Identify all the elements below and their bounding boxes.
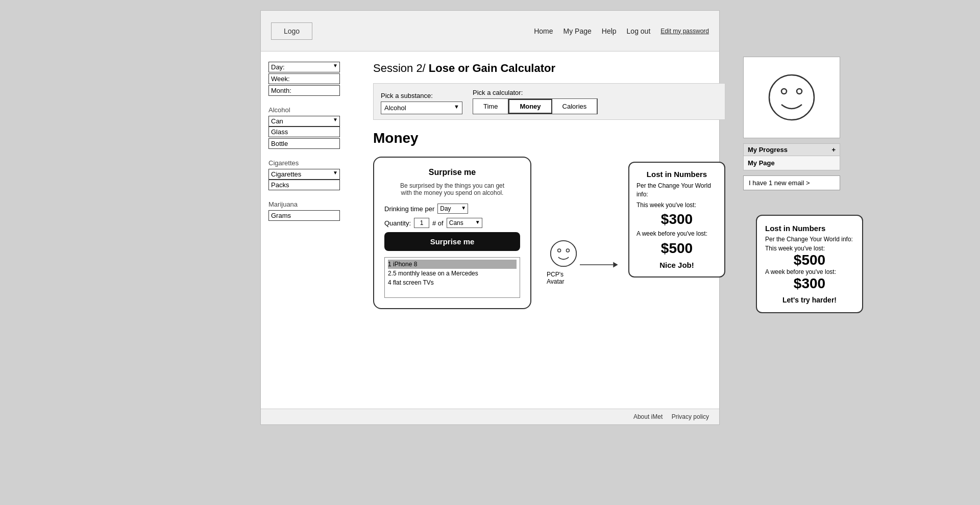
results-list[interactable]: 1 iPhone 8 2.5 monthly lease on a Merced… bbox=[384, 257, 520, 298]
surprise-card: Surprise me Be surprised by the things y… bbox=[373, 157, 531, 309]
cigarettes-select[interactable]: Cigarettes Packs bbox=[268, 169, 340, 180]
lost-card-area: Lost in Numbers Per the Change Your Worl… bbox=[628, 162, 725, 277]
my-progress-header: My Progress + bbox=[743, 143, 840, 156]
surprise-card-desc: Be surprised by the things you can getwi… bbox=[384, 182, 520, 196]
drinking-time-row: Drinking time per Day Week Month bbox=[384, 204, 520, 214]
section-money-title: Money bbox=[373, 130, 725, 146]
cigarettes-packs[interactable]: Packs bbox=[268, 180, 340, 190]
surprise-button[interactable]: Surprise me bbox=[384, 232, 520, 251]
my-progress-body: My Page bbox=[743, 156, 840, 170]
drinking-label: Drinking time per bbox=[384, 205, 434, 213]
my-progress-plus-icon[interactable]: + bbox=[831, 146, 836, 154]
nav-logout[interactable]: Log out bbox=[627, 27, 651, 35]
my-page-label: My Page bbox=[748, 159, 775, 167]
right-mid-area: PCP's Avatar bbox=[547, 157, 618, 285]
footer-privacy[interactable]: Privacy policy bbox=[672, 413, 709, 420]
nav-mypage[interactable]: My Page bbox=[564, 27, 592, 35]
content: Session 2/ Lose or Gain Calculator Pick … bbox=[358, 52, 741, 409]
nav-edit-password[interactable]: Edit my password bbox=[660, 28, 709, 35]
footer-about[interactable]: About iMet bbox=[633, 413, 663, 420]
time-week[interactable]: Week: bbox=[268, 73, 340, 84]
result-item-3[interactable]: 4 flat screen TVs bbox=[388, 278, 517, 287]
lost-card-week-label: This week you've lost: bbox=[636, 201, 717, 210]
email-notification[interactable]: I have 1 new email > bbox=[743, 175, 840, 190]
main-smiley-icon bbox=[766, 72, 817, 123]
alcohol-bottle[interactable]: Bottle bbox=[268, 138, 340, 149]
time-day[interactable]: Day: bbox=[268, 62, 340, 72]
right-content: My Progress + My Page I have 1 new email… bbox=[746, 57, 838, 190]
lost-card-subtitle: Per the Change Your World info: bbox=[636, 182, 717, 199]
calc-tabs: Time Money Calories bbox=[473, 98, 598, 114]
time-select-wrapper[interactable]: Day: bbox=[268, 62, 340, 73]
surprise-card-title: Surprise me bbox=[384, 168, 520, 177]
tab-time[interactable]: Time bbox=[473, 99, 508, 114]
alcohol-select[interactable]: Can Glass Bottle bbox=[268, 116, 340, 127]
substance-control: Pick a substance: Alcohol Cigarettes Mar… bbox=[381, 92, 462, 114]
header: Logo Home My Page Help Log out Edit my p… bbox=[261, 11, 719, 52]
main-layout: Day: Week: Month: Alcohol Can Glass Bott… bbox=[261, 52, 719, 409]
svg-point-0 bbox=[550, 241, 576, 266]
marijuana-label: Marijuana bbox=[268, 200, 350, 208]
unit-select[interactable]: Cans Bottles Glasses bbox=[447, 218, 482, 228]
my-progress: My Progress + My Page bbox=[743, 143, 840, 170]
logo: Logo bbox=[271, 22, 312, 40]
svg-point-5 bbox=[769, 75, 814, 120]
pcp-smiley-icon bbox=[548, 238, 579, 269]
svg-marker-4 bbox=[614, 262, 618, 267]
cigarettes-label: Cigarettes bbox=[268, 159, 350, 167]
result-item-2[interactable]: 2.5 monthly lease on a Mercedes bbox=[388, 269, 517, 278]
nav-help[interactable]: Help bbox=[602, 27, 617, 35]
quantity-label: Quantity: bbox=[384, 219, 411, 227]
drinking-select[interactable]: Day Week Month bbox=[437, 204, 468, 214]
calculator-control: Pick a calculator: Time Money Calories bbox=[473, 89, 598, 114]
marijuana-grams[interactable]: Grams bbox=[268, 210, 340, 221]
quantity-hash: # of bbox=[432, 219, 444, 227]
pcp-avatar-label: PCP's Avatar bbox=[547, 271, 580, 285]
time-month[interactable]: Month: bbox=[268, 85, 340, 96]
nav: Home My Page Help Log out Edit my passwo… bbox=[534, 27, 709, 35]
far-right-title: Lost in Numbers bbox=[765, 224, 854, 233]
sidebar-cigarettes-section: Cigarettes Cigarettes Packs Packs bbox=[268, 159, 350, 190]
unit-select-wrapper[interactable]: Cans Bottles Glasses bbox=[447, 218, 482, 228]
alcohol-label: Alcohol bbox=[268, 106, 350, 114]
far-right-message: Let's try harder! bbox=[765, 296, 854, 304]
surprise-area: Surprise me Be surprised by the things y… bbox=[373, 157, 531, 309]
arrow-to-lost-card bbox=[580, 255, 618, 275]
pcp-arrow-area: PCP's Avatar bbox=[547, 233, 618, 285]
lost-card-title: Lost in Numbers bbox=[636, 170, 717, 179]
quantity-input[interactable] bbox=[414, 218, 429, 228]
lost-card-before-amount: $500 bbox=[636, 240, 717, 257]
sidebar-marijuana-section: Marijuana Grams bbox=[268, 200, 350, 221]
drinking-select-wrapper[interactable]: Day Week Month bbox=[437, 204, 468, 214]
quantity-row: Quantity: # of Cans Bottles Glasses bbox=[384, 218, 520, 228]
cigarettes-select-wrapper[interactable]: Cigarettes Packs bbox=[268, 169, 340, 180]
sidebar-alcohol-section: Alcohol Can Glass Bottle Glass Bottle bbox=[268, 106, 350, 149]
session-title: Session 2/ Lose or Gain Calculator bbox=[373, 62, 725, 75]
substance-select[interactable]: Alcohol Cigarettes Marijuana bbox=[381, 102, 462, 114]
far-right-before-label: A week before you've lost: bbox=[765, 268, 854, 275]
alcohol-glass[interactable]: Glass bbox=[268, 127, 340, 137]
my-progress-label: My Progress bbox=[748, 146, 788, 154]
lost-card-week-amount: $300 bbox=[636, 211, 717, 228]
pick-calculator-label: Pick a calculator: bbox=[473, 89, 598, 96]
far-right-card: Lost in Numbers Per the Change Your Worl… bbox=[756, 215, 863, 313]
footer: About iMet Privacy policy bbox=[261, 409, 719, 424]
alcohol-select-wrapper[interactable]: Can Glass Bottle bbox=[268, 116, 340, 127]
controls-row: Pick a substance: Alcohol Cigarettes Mar… bbox=[373, 83, 725, 120]
pick-substance-label: Pick a substance: bbox=[381, 92, 462, 99]
result-item-1[interactable]: 1 iPhone 8 bbox=[388, 260, 517, 269]
lost-card-nice-job: Nice Job! bbox=[636, 261, 717, 269]
lost-card-before-label: A week before you've lost: bbox=[636, 230, 717, 238]
substance-select-wrapper[interactable]: Alcohol Cigarettes Marijuana bbox=[381, 102, 462, 114]
tab-calories[interactable]: Calories bbox=[552, 99, 598, 114]
far-right-week-amount: $500 bbox=[765, 252, 854, 268]
sidebar: Day: Week: Month: Alcohol Can Glass Bott… bbox=[261, 52, 358, 409]
pcp-avatar-area: PCP's Avatar bbox=[547, 238, 580, 285]
smiley-container bbox=[743, 57, 840, 138]
nav-home[interactable]: Home bbox=[534, 27, 553, 35]
far-right-week-label: This week you've lost: bbox=[765, 245, 854, 252]
lost-card: Lost in Numbers Per the Change Your Worl… bbox=[628, 162, 725, 277]
sidebar-time-section: Day: Week: Month: bbox=[268, 62, 350, 96]
tab-money[interactable]: Money bbox=[508, 99, 552, 114]
far-right-before-amount: $300 bbox=[765, 275, 854, 292]
